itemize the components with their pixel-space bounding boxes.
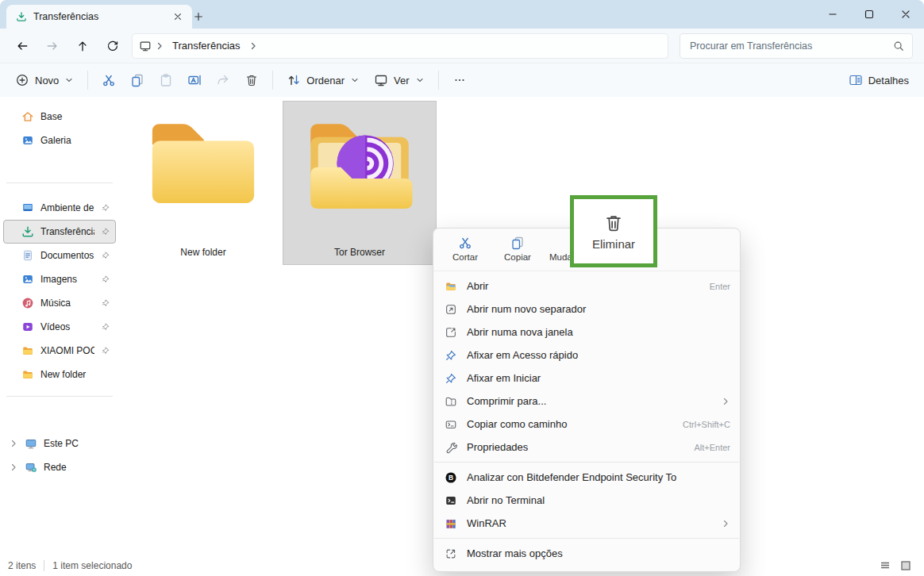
- pin-icon: [101, 251, 110, 260]
- this-pc-icon[interactable]: [139, 40, 152, 52]
- wrench-icon: [445, 441, 457, 454]
- pin-icon: [101, 346, 110, 355]
- sidebar-item-transferencias[interactable]: Transferências: [3, 220, 116, 244]
- sidebar-item-new-folder[interactable]: New folder: [3, 363, 116, 386]
- menu-item-abrir[interactable]: AbrirEnter: [433, 275, 740, 298]
- sidebar-item-label: Ambiente de tra: [40, 202, 94, 213]
- menu-item-afixar-em-iniciar[interactable]: Afixar em Iniciar: [433, 367, 740, 390]
- sort-button[interactable]: Ordenar: [279, 68, 367, 92]
- menu-item-abrir-num-novo-separador[interactable]: Abrir num novo separador: [433, 298, 740, 321]
- svg-text:B: B: [449, 474, 453, 482]
- menu-item-mostrar-mais-opcoes[interactable]: Mostrar mais opções: [433, 542, 740, 565]
- menu-item-abrir-no-terminal[interactable]: Abrir no Terminal: [433, 489, 740, 512]
- menu-item-winrar[interactable]: WinRAR: [433, 512, 740, 535]
- pin-blue-icon: [445, 372, 457, 385]
- breadcrumb-item[interactable]: Transferências: [167, 38, 245, 53]
- sidebar-item-imagens[interactable]: Imagens: [3, 267, 116, 291]
- file-tile-new-folder[interactable]: New folder: [135, 101, 271, 265]
- zip-icon: [445, 395, 457, 408]
- back-button[interactable]: [11, 35, 33, 57]
- menu-item-afixar-em-acesso-rapido[interactable]: Afixar em Acesso rápido: [433, 344, 740, 367]
- expand-chevron-icon[interactable]: [9, 439, 18, 448]
- details-button[interactable]: Detalhes: [841, 68, 916, 92]
- maximize-button[interactable]: [851, 0, 887, 29]
- sidebar-item-este-pc[interactable]: Este PC: [3, 432, 116, 455]
- folder-icon: [21, 344, 34, 357]
- new-button[interactable]: Novo: [8, 68, 81, 92]
- submenu-chevron-icon: [721, 519, 730, 528]
- up-button[interactable]: [71, 35, 94, 57]
- chevron-right-icon[interactable]: [248, 41, 258, 51]
- toolbar-separator: [87, 71, 88, 90]
- file-tile-tor-browser[interactable]: Tor Browser: [283, 101, 437, 265]
- pc-icon: [25, 437, 37, 450]
- menu-item-comprimir-para[interactable]: Comprimir para...: [433, 390, 740, 413]
- copy-button[interactable]: [123, 67, 152, 93]
- list-view-icon: [880, 560, 891, 571]
- window-controls: [814, 0, 924, 29]
- delete-button[interactable]: [237, 67, 266, 93]
- sidebar-item-documentos[interactable]: Documentos: [3, 244, 116, 267]
- search-box[interactable]: [680, 33, 913, 59]
- new-window-icon: [445, 326, 457, 339]
- view-button-label: Ver: [394, 75, 410, 86]
- file-name: Tor Browser: [334, 247, 385, 258]
- more-toolbar-button[interactable]: [445, 67, 474, 93]
- cut-button[interactable]: [94, 67, 123, 93]
- sidebar-item-label: Documentos: [40, 250, 94, 261]
- quick-action-copiar[interactable]: Copiar: [494, 232, 541, 265]
- sort-icon: [287, 73, 301, 87]
- breadcrumb[interactable]: Transferências: [132, 33, 668, 59]
- forward-button[interactable]: [41, 35, 64, 57]
- search-input[interactable]: [688, 40, 888, 52]
- minimize-button[interactable]: [814, 0, 851, 29]
- refresh-button[interactable]: [102, 35, 124, 57]
- copy-sm-icon: [510, 236, 525, 250]
- annotation-highlight-eliminar[interactable]: Eliminar: [570, 195, 657, 267]
- menu-item-label: Abrir: [467, 280, 700, 292]
- close-icon: [900, 9, 911, 20]
- menu-item-abrir-numa-nova-janela[interactable]: Abrir numa nova janela: [433, 321, 740, 344]
- expand-chevron-icon[interactable]: [9, 463, 18, 472]
- videos-icon: [21, 321, 34, 333]
- copy-icon: [130, 73, 144, 87]
- tab-label: Transferências: [33, 11, 164, 22]
- menu-divider: [434, 462, 739, 463]
- icons-view-toggle[interactable]: [895, 558, 916, 574]
- document-icon: [21, 249, 34, 262]
- sidebar-item-label: Este PC: [44, 438, 110, 449]
- share-icon: [216, 73, 230, 87]
- rename-button[interactable]: [180, 67, 209, 93]
- paste-button[interactable]: [152, 67, 180, 93]
- sidebar-item-base[interactable]: Base: [3, 105, 116, 129]
- menu-item-analizar-con-bitdefender-endpoint-securi[interactable]: BAnalizar con Bitdefender Endpoint Secur…: [433, 466, 740, 489]
- menu-item-propriedades[interactable]: PropriedadesAlt+Enter: [433, 436, 740, 459]
- new-tab-button[interactable]: [189, 8, 208, 25]
- chevron-right-icon[interactable]: [155, 41, 164, 51]
- download-icon: [21, 225, 34, 238]
- sidebar-item-galeria[interactable]: Galeria: [3, 129, 116, 152]
- close-button[interactable]: [887, 0, 924, 29]
- menu-item-copiar-como-caminho[interactable]: Copiar como caminhoCtrl+Shift+C: [433, 413, 740, 436]
- pin-blue-icon: [445, 349, 457, 362]
- sidebar-item-xiaomi-poco-f[interactable]: XIAOMI POCO F: [3, 339, 116, 363]
- pin-icon: [101, 203, 110, 213]
- sidebar-item-videos[interactable]: Vídeos: [3, 315, 116, 339]
- sidebar-item-musica[interactable]: Música: [3, 291, 116, 315]
- quick-action-cortar[interactable]: Cortar: [441, 232, 489, 265]
- menu-item-label: WinRAR: [467, 517, 711, 529]
- menu-item-label: Comprimir para...: [467, 395, 711, 407]
- tab-transferencias[interactable]: Transferências: [6, 5, 192, 29]
- list-view-toggle[interactable]: [875, 558, 895, 574]
- sidebar-item-label: Música: [40, 298, 94, 309]
- tab-close-icon[interactable]: [170, 9, 186, 25]
- sidebar-item-label: Rede: [44, 462, 110, 473]
- menu-divider: [434, 538, 739, 539]
- sidebar-item-rede[interactable]: Rede: [3, 455, 116, 479]
- sidebar-item-ambiente-de-tra[interactable]: Ambiente de tra: [3, 196, 116, 220]
- share-button[interactable]: [209, 67, 237, 93]
- pictures-icon: [21, 273, 34, 286]
- new-tab-icon: [445, 303, 457, 316]
- menu-item-label: Analizar con Bitdefender Endpoint Securi…: [467, 471, 730, 483]
- view-button[interactable]: Ver: [367, 68, 432, 92]
